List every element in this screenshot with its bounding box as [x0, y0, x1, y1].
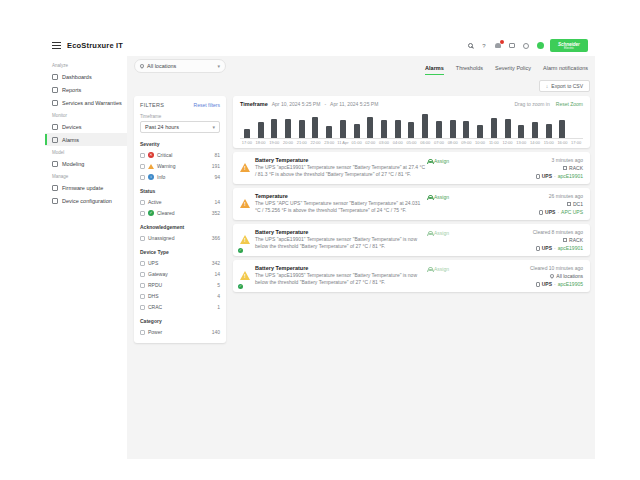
modeling-icon: [52, 161, 58, 167]
sidebar-item-alarms[interactable]: Alarms: [45, 133, 127, 146]
checkbox[interactable]: [140, 211, 145, 216]
sidebar-item-label: Devices: [62, 124, 82, 130]
alarm-histogram[interactable]: [240, 113, 583, 139]
axis-tick-label: 11:00: [487, 140, 501, 145]
checkbox[interactable]: [140, 283, 145, 288]
filter-option-label: Power: [148, 329, 162, 335]
sidebar-item-devices[interactable]: Devices: [45, 120, 127, 133]
assign-button[interactable]: Assign: [427, 230, 449, 236]
histogram-bar-column: [487, 113, 501, 138]
histogram-bar: [518, 125, 524, 138]
notifications-bell-icon[interactable]: [494, 42, 502, 50]
alarm-card[interactable]: ✓Battery TemperatureThe UPS "apcE19901" …: [233, 224, 590, 256]
feedback-icon[interactable]: [508, 42, 516, 50]
histogram-bar: [354, 124, 360, 138]
filter-option-power: Power140: [140, 329, 220, 335]
histogram-bar: [408, 122, 414, 138]
alarm-device-link[interactable]: apcE19905: [558, 281, 583, 287]
avatar[interactable]: [536, 42, 544, 50]
sidebar-section-label: Analyze: [45, 59, 127, 70]
histogram-bar: [532, 122, 538, 138]
alarm-device-link[interactable]: apcE19901: [558, 245, 583, 251]
warning-icon: [148, 164, 154, 169]
checkbox[interactable]: [140, 272, 145, 277]
schneider-electric-logo[interactable]: Schneider Electric: [550, 39, 588, 52]
tab-alarm-notifications[interactable]: Alarm notifications: [543, 65, 588, 75]
alarm-meta: 3 minutes agoRACKUPS·apcE19901: [536, 157, 583, 179]
filter-option-info: Info94: [140, 174, 220, 180]
checkbox[interactable]: [140, 330, 145, 335]
search-icon[interactable]: [466, 42, 474, 50]
device-separator: ·: [554, 281, 556, 287]
sidebar-item-device-configuration[interactable]: Device configuration: [45, 194, 127, 207]
alarm-summary: Battery TemperatureThe UPS "apcE19905" T…: [255, 265, 427, 287]
critical-icon: [148, 152, 154, 158]
tab-thresholds[interactable]: Thresholds: [456, 65, 483, 75]
checkbox[interactable]: [140, 153, 145, 158]
alarm-summary: TemperatureThe UPS "APC UPS" Temperature…: [255, 193, 427, 215]
checkbox[interactable]: [140, 261, 145, 266]
checkbox[interactable]: [140, 200, 145, 205]
sidebar-section-label: Monitor: [45, 109, 127, 120]
histogram-bar: [436, 121, 442, 138]
sidebar-item-modeling[interactable]: Modeling: [45, 157, 127, 170]
filter-option-count: 366: [212, 235, 220, 241]
assign-button[interactable]: Assign: [427, 158, 449, 164]
filter-option-count: 14: [214, 271, 220, 277]
checkbox[interactable]: [140, 175, 145, 180]
alarm-card[interactable]: ✓Battery TemperatureThe UPS "apcE19905" …: [233, 260, 590, 292]
tab-severity-policy[interactable]: Severity Policy: [495, 65, 531, 75]
sidebar-item-dashboards[interactable]: Dashboards: [45, 70, 127, 83]
alarm-device-link[interactable]: apcE19901: [558, 173, 583, 179]
assign-button[interactable]: Assign: [427, 194, 449, 200]
assign-label: Assign: [434, 230, 449, 236]
sidebar-section-label: Model: [45, 146, 127, 157]
histogram-bar: [491, 118, 497, 138]
alarm-card[interactable]: ✓Battery TemperatureThe UPS "apcE19901" …: [233, 152, 590, 184]
sidebar-item-firmware-update[interactable]: Firmware update: [45, 181, 127, 194]
alarm-time: Cleared 10 minutes ago: [530, 265, 583, 271]
chart-date-from: Apr 10, 2024 5:25 PM: [272, 101, 321, 107]
assign-button[interactable]: Assign: [427, 266, 449, 272]
checkbox[interactable]: [140, 164, 145, 169]
menu-hamburger-icon[interactable]: [52, 42, 61, 49]
timeframe-chart-card: Timeframe Apr 10, 2024 5:25 PM - Apr 11,…: [233, 96, 590, 148]
settings-icon[interactable]: [522, 42, 530, 50]
devices-icon: [52, 124, 58, 130]
sidebar-item-label: Reports: [62, 87, 81, 93]
info-icon: [148, 174, 154, 180]
device-separator: ·: [554, 245, 556, 251]
alarm-location: DC1: [539, 201, 583, 207]
alarm-assign-area: Assign: [427, 229, 507, 251]
sidebar-item-services-and-warranties[interactable]: Services and Warranties: [45, 96, 127, 109]
reset-zoom-link[interactable]: Reset Zoom: [556, 101, 583, 107]
help-icon[interactable]: ?: [480, 42, 488, 50]
checkbox[interactable]: [140, 294, 145, 299]
sidebar-item-reports[interactable]: Reports: [45, 83, 127, 96]
histogram-bar-column: [418, 113, 432, 138]
filter-option-label: RPDU: [148, 282, 162, 288]
alarm-device-link[interactable]: APC UPS: [561, 209, 583, 215]
location-selector[interactable]: All locations ▾: [134, 59, 226, 73]
axis-tick-label: 13:00: [514, 140, 528, 145]
alarms-icon: [52, 137, 58, 143]
checkbox[interactable]: [140, 305, 145, 310]
axis-tick-label: 17:00: [569, 140, 583, 145]
tab-alarms[interactable]: Alarms: [425, 65, 444, 75]
reset-filters-link[interactable]: Reset filters: [194, 102, 220, 108]
filter-option-cleared: Cleared352: [140, 210, 220, 216]
timeframe-select[interactable]: Past 24 hours ▾: [140, 121, 220, 133]
ups-device-icon: [536, 174, 540, 179]
alarm-device-type: UPS: [542, 281, 552, 287]
checkbox[interactable]: [140, 236, 145, 241]
histogram-bar-column: [405, 113, 419, 138]
chevron-down-icon: ▾: [212, 124, 215, 130]
sidebar-item-label: Services and Warranties: [62, 100, 122, 106]
alarm-cleared-icon: ✓: [240, 235, 251, 251]
alarm-card[interactable]: ✓TemperatureThe UPS "APC UPS" Temperatur…: [233, 188, 590, 220]
alarm-location: All locations: [530, 273, 583, 279]
export-csv-button[interactable]: ↓ Export to CSV: [539, 80, 590, 92]
histogram-bar-column: [295, 113, 309, 138]
axis-tick-label: 01:00: [350, 140, 364, 145]
filter-group-label: Severity: [140, 141, 220, 147]
